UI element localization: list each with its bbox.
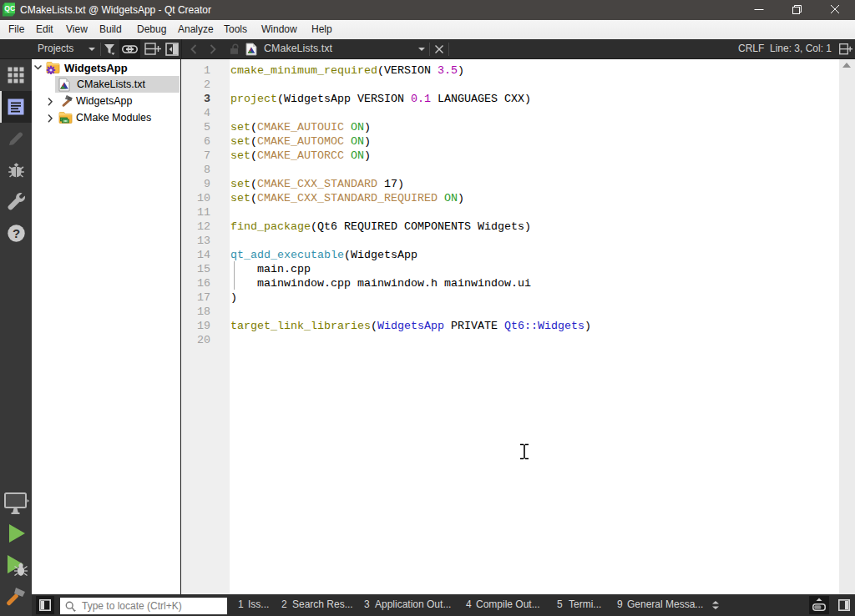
svg-text:QC: QC — [4, 4, 15, 13]
svg-text:?: ? — [13, 226, 20, 240]
